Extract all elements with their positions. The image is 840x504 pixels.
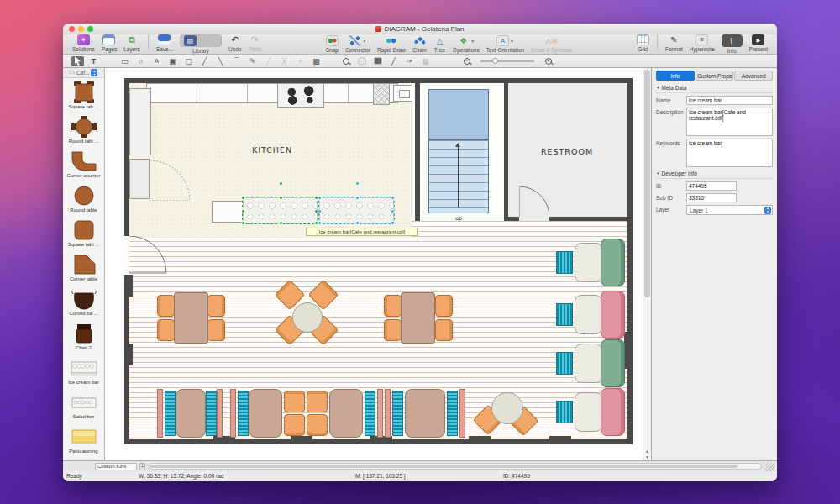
rotation-handle[interactable] — [355, 181, 360, 186]
library-selector[interactable]: ‹ › Caf... ▲▼ — [63, 68, 104, 78]
undo-button[interactable]: ↶Undo — [226, 34, 244, 52]
callout-tool[interactable]: ▢ — [182, 56, 195, 66]
resize-grip[interactable] — [764, 462, 774, 471]
booth-bench[interactable] — [556, 401, 573, 423]
booth-table[interactable] — [575, 243, 602, 282]
pan-tool[interactable] — [355, 56, 368, 66]
zoom-out-button[interactable]: − — [460, 56, 473, 66]
zoom-slider[interactable] — [480, 60, 534, 62]
booth-divider[interactable] — [157, 389, 163, 438]
booth-bench[interactable] — [238, 391, 249, 436]
rapid-draw-button[interactable]: Rapid Draw — [375, 35, 408, 53]
library-shape-ice-cream-bar[interactable]: Ice cream bar — [63, 354, 104, 388]
booth-table[interactable] — [575, 344, 602, 383]
chair[interactable] — [284, 391, 305, 412]
kitchen-counter[interactable] — [146, 83, 398, 103]
ice-cream-bar-selected[interactable] — [243, 197, 318, 223]
pen-tool[interactable]: ✎ — [246, 56, 259, 66]
booth-table[interactable] — [405, 389, 445, 438]
pages-button[interactable]: Pages — [99, 34, 119, 52]
chair[interactable] — [384, 319, 402, 341]
titlebar[interactable]: DIAGRAM - Gelateria Plan — [63, 24, 777, 34]
crop-tool[interactable]: ▦ — [419, 56, 432, 66]
info-button[interactable]: iInfo — [719, 34, 745, 54]
close-button[interactable] — [69, 26, 75, 32]
drawing-canvas[interactable]: KITCHEN up RESTROOM — [105, 68, 651, 460]
booth-divider[interactable] — [217, 389, 223, 438]
library-shape-round-table[interactable]: Round table — [63, 181, 104, 216]
booth-divider[interactable] — [459, 389, 465, 438]
chair[interactable] — [435, 319, 453, 341]
keywords-field[interactable]: ice cream bar — [686, 139, 773, 167]
scrollbar-thumb[interactable] — [644, 70, 650, 297]
chair[interactable] — [384, 295, 402, 317]
stair-landing[interactable] — [428, 89, 489, 139]
text-orientation-button[interactable]: A▼Text Orientation — [484, 35, 528, 53]
library-shape-square-table[interactable]: Square tabl ... — [63, 216, 104, 250]
library-stepper-icon[interactable]: ▲▼ — [91, 69, 97, 76]
chair[interactable] — [435, 295, 453, 317]
developer-info-section[interactable]: ▼Developer Info — [656, 171, 773, 179]
brush-tool[interactable]: ✑ — [403, 56, 416, 66]
booth-bench[interactable] — [165, 391, 176, 436]
connector-button[interactable]: ▼Connector — [343, 35, 373, 53]
node-add-tool[interactable]: ╱ — [262, 56, 275, 66]
line-tool[interactable]: ╱ — [198, 56, 211, 66]
eyedropper-tool[interactable]: ╱ — [387, 56, 400, 66]
chair[interactable] — [207, 319, 225, 341]
zoom-in-button[interactable]: + — [542, 56, 554, 66]
tab-custom-props[interactable]: Custom Props — [696, 71, 734, 81]
minimize-button[interactable] — [78, 26, 84, 32]
ellipse-tool[interactable]: ○ — [134, 56, 147, 66]
meta-data-section[interactable]: ▼Meta Data — [656, 85, 773, 93]
select-tool[interactable] — [71, 56, 84, 66]
id-field[interactable]: 474495 — [686, 181, 737, 191]
kitchen-cabinet-tall[interactable] — [129, 88, 151, 155]
stairs[interactable] — [428, 139, 489, 213]
canvas-horizontal-scrollbar[interactable] — [148, 463, 762, 470]
library-shape-square-table-chairs[interactable]: Square tab ... — [63, 78, 104, 113]
booth-table[interactable] — [575, 295, 602, 334]
hypernote-button[interactable]: ≡Hypernote — [687, 34, 717, 52]
library-shape-round-table-chairs[interactable]: Round tabl ... — [63, 113, 104, 147]
library-shape-patio-awning[interactable]: Patio awning — [63, 423, 104, 457]
booth-divider[interactable] — [385, 389, 391, 438]
booth-table[interactable] — [176, 389, 206, 438]
stamp-tool[interactable] — [371, 56, 384, 66]
booth-table[interactable] — [575, 392, 602, 432]
scroll-down-icon[interactable]: ▼ — [643, 454, 651, 459]
node-delete-tool[interactable]: ╳ — [278, 56, 291, 66]
polyline-tool[interactable]: ╲ — [214, 56, 227, 66]
save-button[interactable]: Save... — [154, 34, 176, 52]
shape-tool[interactable]: ▩ — [310, 56, 323, 66]
chair[interactable] — [284, 414, 305, 436]
kitchen-cabinet-low[interactable] — [129, 159, 150, 199]
sofa[interactable] — [601, 339, 625, 387]
booth-bench[interactable] — [365, 391, 375, 436]
grid-button[interactable]: Grid — [634, 34, 652, 52]
name-field[interactable]: ice cream bar — [686, 96, 773, 105]
booth-bench[interactable] — [392, 391, 403, 436]
booth-bench[interactable] — [447, 391, 458, 436]
chair[interactable] — [157, 319, 175, 341]
frame-tool[interactable]: ▣ — [166, 56, 179, 66]
chair[interactable] — [157, 295, 175, 317]
library-shape-chair-2[interactable]: Chair 2 — [63, 319, 104, 354]
description-field[interactable]: Ice cream bar[Cafe and restaurant.cdl] — [686, 108, 773, 136]
dining-table[interactable] — [401, 292, 435, 344]
tab-advanced[interactable]: Advanced — [734, 71, 773, 81]
chair[interactable] — [307, 414, 328, 436]
rotation-handle[interactable] — [279, 181, 283, 186]
library-shape-corner-counter[interactable]: Corner counter — [63, 147, 104, 181]
forward-icon[interactable]: › — [73, 70, 75, 76]
scroll-up-icon[interactable]: ▲ — [643, 449, 651, 454]
sofa[interactable] — [601, 388, 625, 436]
booth-table[interactable] — [329, 389, 363, 438]
booth-bench[interactable] — [556, 352, 573, 375]
sub-id-field[interactable]: 33315 — [686, 193, 737, 202]
canvas-vertical-scrollbar[interactable]: ▲ ▼ — [643, 68, 651, 460]
booth-bench[interactable] — [556, 251, 573, 274]
sofa[interactable] — [601, 291, 625, 339]
snap-button[interactable]: Snap — [323, 35, 341, 53]
tab-info[interactable]: Info — [656, 71, 695, 81]
